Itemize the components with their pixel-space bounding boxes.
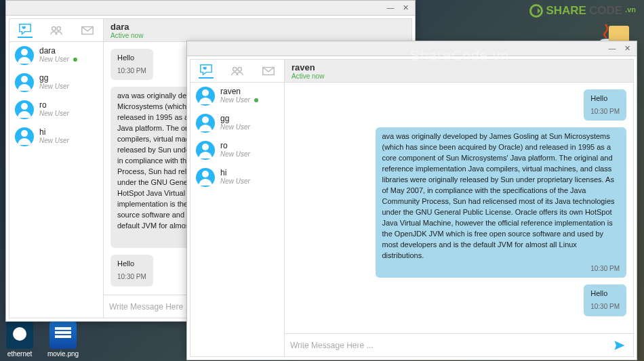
contact-name: raven [220, 87, 258, 96]
chat-window-b: — ✕ ravenNew User ggNew UserroNew Userhi… [186, 41, 637, 360]
message-outgoing: ava was originally developed by James Go… [376, 127, 627, 278]
avatar [196, 141, 215, 160]
message-incoming: Hello10:30 PM [110, 49, 153, 80]
message-timestamp: 10:30 PM [382, 264, 620, 274]
close-button[interactable]: ✕ [622, 44, 632, 54]
contact-sub: New User [220, 123, 250, 131]
contact-sub: New User [39, 56, 77, 63]
minimize-button[interactable]: — [607, 44, 618, 54]
heart-chat-icon [18, 22, 33, 36]
contact-name: ro [39, 100, 69, 110]
contact-item[interactable]: hiNew User [190, 164, 284, 191]
message-outgoing: Hello10:30 PM [584, 284, 626, 316]
contact-name: ro [220, 141, 250, 150]
svg-point-2 [57, 26, 60, 30]
group-icon [230, 64, 245, 78]
desktop-icon-label: movie.png [46, 350, 80, 358]
heart-chat-icon [199, 63, 214, 77]
titlebar[interactable]: — ✕ [6, 1, 415, 16]
contact-item[interactable]: roNew User [9, 96, 103, 123]
contact-item[interactable]: ggNew User [190, 110, 284, 137]
message-text: Hello [117, 259, 134, 268]
brand-icon [529, 4, 543, 18]
chat-header: raven Active now [285, 60, 633, 83]
message-timestamp: 10:30 PM [117, 66, 146, 77]
online-dot-icon [73, 58, 77, 62]
contact-name: gg [39, 73, 69, 83]
sidebar: ravenNew User ggNew UserroNew UserhiNew … [190, 59, 285, 357]
message-text: Hello [590, 289, 607, 297]
sidebar: daraNew User ggNew UserroNew UserhiNew U… [9, 18, 104, 318]
message-incoming: Hello10:30 PM [110, 255, 153, 286]
movie-file-icon [49, 322, 77, 349]
group-icon [49, 24, 64, 37]
contact-item[interactable]: roNew User [190, 137, 284, 164]
send-icon [613, 339, 626, 352]
brand-logo: SHARECODE.vn [529, 4, 636, 18]
chat-peer-name: raven [291, 62, 626, 72]
tab-groups[interactable] [49, 23, 64, 38]
send-button[interactable] [611, 337, 628, 354]
message-timestamp: 10:30 PM [590, 302, 620, 312]
contact-list: ravenNew User ggNew UserroNew UserhiNew … [190, 83, 284, 191]
contact-sub: New User [39, 83, 69, 90]
contact-item[interactable]: ravenNew User [190, 83, 284, 110]
mail-icon [80, 24, 95, 37]
contact-name: hi [220, 168, 250, 177]
avatar [196, 168, 215, 187]
message-outgoing: Hello10:30 PM [584, 89, 626, 121]
chat-peer-name: dara [110, 22, 405, 32]
message-text: ava was originally developed by James Go… [382, 132, 615, 259]
tab-chats[interactable] [18, 23, 33, 38]
tab-mail[interactable] [80, 23, 95, 38]
desktop-icon-movie[interactable]: movie.png [46, 322, 80, 358]
contact-sub: New User [220, 177, 250, 185]
message-text: Hello [590, 94, 607, 102]
avatar [15, 46, 34, 65]
contact-sub: New User [220, 96, 258, 104]
message-list[interactable]: Hello10:30 PMava was originally develope… [285, 83, 633, 333]
contact-sub: New User [39, 110, 69, 117]
mail-icon [261, 64, 276, 78]
contact-name: dara [39, 46, 77, 56]
desktop-icon-label: ethernet [3, 350, 37, 358]
tab-mail[interactable] [261, 64, 276, 79]
brand-text-2: CODE [589, 4, 622, 18]
contact-item[interactable]: ggNew User [9, 69, 103, 96]
svg-point-5 [238, 67, 241, 70]
avatar [15, 100, 34, 119]
desktop-icon-ethernet[interactable]: ethernet [3, 322, 37, 358]
avatar [15, 127, 34, 146]
brand-text-1: SHARE [546, 4, 586, 18]
avatar [196, 87, 215, 106]
message-timestamp: 10:30 PM [117, 272, 146, 282]
contact-name: gg [220, 114, 250, 123]
tab-groups[interactable] [230, 64, 245, 79]
contact-sub: New User [39, 137, 69, 144]
message-timestamp: 10:30 PM [590, 107, 620, 117]
chat-panel: raven Active now Hello10:30 PMava was or… [285, 59, 634, 357]
tab-chats[interactable] [199, 64, 214, 79]
message-text: Hello [117, 54, 134, 62]
contact-list: daraNew User ggNew UserroNew UserhiNew U… [9, 42, 103, 150]
contact-item[interactable]: hiNew User [9, 123, 103, 150]
svg-point-1 [52, 26, 56, 30]
close-button[interactable]: ✕ [400, 3, 411, 13]
chat-peer-status: Active now [110, 32, 405, 39]
avatar [15, 73, 34, 92]
svg-point-4 [233, 67, 237, 70]
avatar [196, 114, 215, 133]
sidebar-tabs [190, 60, 284, 83]
contact-name: hi [39, 127, 69, 137]
sidebar-tabs [9, 19, 103, 42]
chat-peer-status: Active now [291, 72, 626, 80]
online-dot-icon [254, 98, 258, 102]
contact-sub: New User [220, 150, 250, 158]
contact-item[interactable]: daraNew User [9, 42, 103, 69]
compose-bar [285, 333, 633, 356]
ethernet-icon [6, 322, 33, 349]
chat-header: dara Active now [104, 19, 411, 42]
titlebar[interactable]: — ✕ [187, 41, 637, 56]
minimize-button[interactable]: — [385, 3, 396, 13]
message-input[interactable] [290, 341, 606, 350]
